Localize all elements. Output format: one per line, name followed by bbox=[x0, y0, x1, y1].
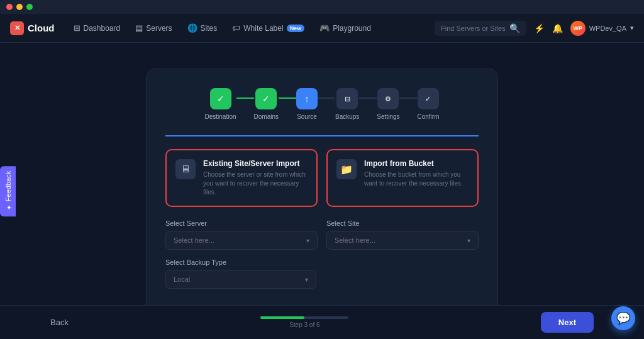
nav-right: Find Servers or Sites 🔍 ⚡ 🔔 WP WPDev_QA … bbox=[435, 21, 634, 36]
step-settings-icon: ⚙ bbox=[377, 88, 399, 109]
connector-3 bbox=[318, 97, 335, 99]
bell-icon[interactable]: 🔔 bbox=[552, 23, 563, 33]
playground-icon: 🎮 bbox=[319, 23, 330, 33]
next-button[interactable]: Next bbox=[541, 312, 594, 333]
nav-item-playground[interactable]: 🎮 Playground bbox=[313, 20, 377, 36]
backup-type-group: Select Backup Type Local ▾ bbox=[165, 258, 316, 289]
site-label: Select Site bbox=[326, 220, 479, 227]
search-placeholder: Find Servers or Sites bbox=[441, 25, 506, 32]
import-existing-title: Existing Site/Server Import bbox=[203, 159, 308, 168]
nav-items: ⊞ Dashboard ▤ Servers 🌐 Sites 🏷 White La… bbox=[67, 20, 423, 36]
connector-5 bbox=[399, 97, 417, 99]
servers-icon: ▤ bbox=[135, 23, 143, 33]
avatar: WP bbox=[570, 21, 586, 36]
server-select-arrow: ▾ bbox=[306, 237, 309, 244]
import-bucket-card[interactable]: 📁 Import from Bucket Choose the bucket f… bbox=[326, 149, 479, 207]
feedback-wrapper: ✦ Feedback bbox=[0, 165, 16, 216]
nav-dashboard-label: Dashboard bbox=[84, 24, 121, 33]
whitelabel-badge: New bbox=[287, 25, 305, 32]
site-select[interactable]: Select here... ▾ bbox=[326, 231, 479, 250]
site-group: Select Site Select here... ▾ bbox=[326, 220, 479, 250]
back-button[interactable]: Back bbox=[50, 318, 69, 327]
import-bucket-icon: 📁 bbox=[336, 159, 357, 179]
feedback-label: ✦ Feedback bbox=[4, 170, 12, 211]
activity-icon[interactable]: ⚡ bbox=[534, 23, 545, 33]
whitelabel-icon: 🏷 bbox=[232, 23, 240, 33]
import-bucket-description: Choose the bucket from which you want to… bbox=[364, 170, 469, 188]
steps-bar: ✓ Destination ✓ Domains ↑ Source ⊟ Backu… bbox=[165, 88, 479, 120]
nav-sites-label: Sites bbox=[201, 24, 218, 33]
connector-4 bbox=[359, 97, 377, 99]
logo-text: Cloud bbox=[28, 23, 55, 33]
form-row-1: Select Server Select here... ▾ Select Si… bbox=[165, 220, 479, 250]
import-options: 🖥 Existing Site/Server Import Choose the… bbox=[165, 149, 479, 207]
search-icon[interactable]: 🔍 bbox=[509, 23, 520, 33]
step-settings: ⚙ Settings bbox=[377, 88, 399, 120]
nav-item-servers[interactable]: ▤ Servers bbox=[129, 20, 178, 36]
step-domains-label: Domains bbox=[254, 113, 279, 120]
import-bucket-title: Import from Bucket bbox=[364, 159, 469, 168]
nav-search[interactable]: Find Servers or Sites 🔍 bbox=[435, 21, 526, 36]
import-existing-text: Existing Site/Server Import Choose the s… bbox=[203, 159, 308, 197]
step-divider bbox=[165, 135, 479, 136]
server-select-value: Select here... bbox=[174, 236, 214, 244]
logo-icon: ✕ bbox=[10, 21, 24, 35]
nav-whitelabel-label: White Label bbox=[243, 24, 283, 33]
step-backups-icon: ⊟ bbox=[336, 88, 358, 109]
form-row-2: Select Backup Type Local ▾ bbox=[165, 258, 479, 289]
username: WPDev_QA bbox=[589, 25, 626, 32]
server-label: Select Server bbox=[165, 220, 318, 227]
chevron-down-icon: ▾ bbox=[630, 24, 634, 32]
navbar: ✕ Cloud ⊞ Dashboard ▤ Servers 🌐 Sites 🏷 … bbox=[0, 14, 644, 43]
feedback-button[interactable]: ✦ Feedback bbox=[0, 165, 16, 216]
step-confirm: ✓ Confirm bbox=[417, 88, 439, 120]
server-group: Select Server Select here... ▾ bbox=[165, 220, 318, 250]
close-dot[interactable] bbox=[6, 4, 13, 10]
sites-icon: 🌐 bbox=[187, 23, 197, 33]
nav-item-whitelabel[interactable]: 🏷 White Label New bbox=[226, 20, 311, 36]
step-backups-label: Backups bbox=[335, 113, 359, 120]
nav-servers-label: Servers bbox=[146, 24, 172, 33]
titlebar bbox=[0, 0, 644, 14]
connector-2 bbox=[279, 97, 296, 99]
step-domains: ✓ Domains bbox=[254, 88, 279, 120]
chat-button[interactable]: 💬 bbox=[611, 306, 635, 330]
step-destination-icon: ✓ bbox=[210, 88, 231, 109]
server-select[interactable]: Select here... ▾ bbox=[165, 231, 318, 250]
step-destination-label: Destination bbox=[204, 113, 236, 120]
main-content: ✦ Feedback ✓ Destination ✓ Domains ↑ Sou… bbox=[0, 43, 644, 339]
backup-type-label: Select Backup Type bbox=[165, 258, 316, 266]
step-source-label: Source bbox=[297, 113, 317, 120]
maximize-dot[interactable] bbox=[26, 4, 33, 10]
step-confirm-icon: ✓ bbox=[418, 88, 439, 109]
nav-playground-label: Playground bbox=[333, 24, 371, 33]
import-existing-description: Choose the server or site from which you… bbox=[203, 170, 308, 197]
progress-bar-container bbox=[260, 316, 348, 319]
progress-bar-fill bbox=[260, 316, 304, 319]
step-source: ↑ Source bbox=[296, 88, 318, 120]
dashboard-icon: ⊞ bbox=[74, 23, 80, 33]
step-domains-icon: ✓ bbox=[255, 88, 277, 109]
nav-item-sites[interactable]: 🌐 Sites bbox=[181, 20, 224, 36]
backup-type-select[interactable]: Local ▾ bbox=[165, 270, 316, 289]
minimize-dot[interactable] bbox=[16, 4, 23, 10]
backup-type-value: Local bbox=[174, 275, 190, 283]
import-existing-icon: 🖥 bbox=[175, 159, 196, 179]
site-select-value: Select here... bbox=[335, 236, 375, 244]
step-settings-label: Settings bbox=[377, 113, 399, 120]
connector-1 bbox=[236, 97, 254, 99]
nav-user[interactable]: WP WPDev_QA ▾ bbox=[570, 21, 634, 36]
nav-logo[interactable]: ✕ Cloud bbox=[10, 21, 55, 35]
chat-icon: 💬 bbox=[616, 311, 630, 325]
step-destination: ✓ Destination bbox=[204, 88, 236, 120]
progress-label: Step 3 of 6 bbox=[289, 321, 319, 328]
progress-section: Step 3 of 6 bbox=[260, 316, 348, 328]
backup-type-arrow: ▾ bbox=[305, 276, 308, 283]
bottom-bar: Back Step 3 of 6 Next bbox=[0, 305, 644, 339]
step-backups: ⊟ Backups bbox=[335, 88, 359, 120]
import-bucket-text: Import from Bucket Choose the bucket fro… bbox=[364, 159, 469, 188]
nav-item-dashboard[interactable]: ⊞ Dashboard bbox=[67, 20, 127, 36]
import-existing-card[interactable]: 🖥 Existing Site/Server Import Choose the… bbox=[165, 149, 318, 207]
step-confirm-label: Confirm bbox=[417, 113, 439, 120]
wizard-card: ✓ Destination ✓ Domains ↑ Source ⊟ Backu… bbox=[146, 69, 498, 313]
